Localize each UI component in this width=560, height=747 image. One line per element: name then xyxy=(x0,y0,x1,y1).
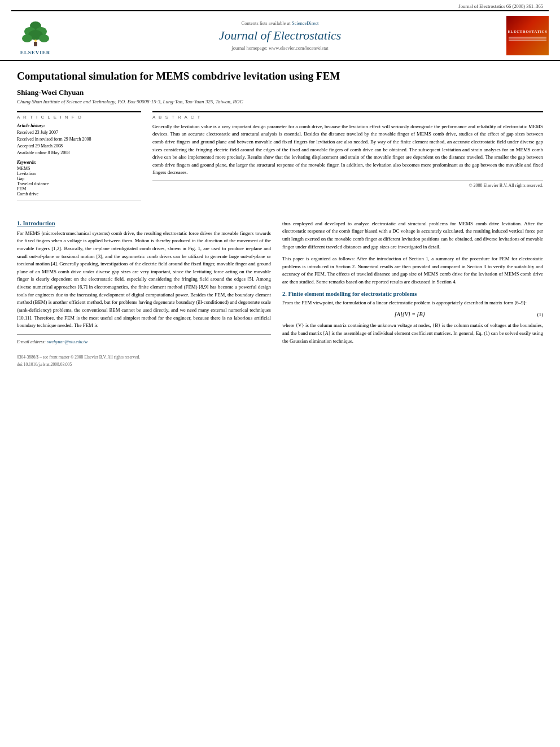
article-info-label: A R T I C L E I N F O xyxy=(17,115,141,120)
abstract-column: A B S T R A C T Generally the levitation… xyxy=(152,111,543,200)
section1-para1: For MEMS (microelectromechanical systems… xyxy=(17,230,271,330)
paper-author: Shiang-Woei Chyuan xyxy=(17,88,543,97)
journal-badge-area: ELECTROSTATICS xyxy=(498,16,549,55)
badge-label: ELECTROSTATICS xyxy=(508,29,547,34)
article-info-box: A R T I C L E I N F O Article history: R… xyxy=(17,111,141,200)
formula-expression: [A]{V} = {B} xyxy=(395,311,425,317)
email-label: E-mail address: xyxy=(17,339,46,344)
sciencedirect-link[interactable]: ScienceDirect xyxy=(292,20,319,26)
footer-email-line: E-mail address: swchyuan@ntu.edu.tw xyxy=(17,339,271,344)
formula-number: (1) xyxy=(537,312,543,317)
abstract-section: A B S T R A C T Generally the levitation… xyxy=(152,111,543,188)
footer-note2: doi:10.1016/j.elstat.2008.03.005 xyxy=(17,362,543,367)
paper-title: Computational simulation for MEMS combdr… xyxy=(17,69,543,84)
svg-rect-6 xyxy=(34,42,37,46)
body-left-column: 1. Introduction For MEMS (microelectrome… xyxy=(17,220,271,350)
section2-para1: From the FEM viewpoint, the formulation … xyxy=(282,299,543,307)
svg-point-7 xyxy=(34,40,37,42)
page-wrapper: Journal of Electrostatics 66 (2008) 361–… xyxy=(0,0,560,747)
journal-title: Journal of Electrostatics xyxy=(62,28,498,43)
elsevier-tree-icon xyxy=(19,20,53,49)
sciencedirect-line: Contents lists available at ScienceDirec… xyxy=(62,20,498,26)
keyword-traveled: Traveled distance xyxy=(17,181,141,186)
footer-note1: 0304-3886/$ – see front matter © 2008 El… xyxy=(17,355,543,360)
electrostatics-badge: ELECTROSTATICS xyxy=(506,16,549,55)
section2-heading: 2. Finite element modelling for electros… xyxy=(282,291,543,297)
page-footer: 0304-3886/$ – see front matter © 2008 El… xyxy=(0,350,560,373)
revised-date: Received in revised form 29 March 2008 xyxy=(17,136,141,143)
section2-para2: where {V} is the column matrix containin… xyxy=(282,322,543,345)
abstract-text: Generally the levitation value is a very… xyxy=(152,123,543,177)
section1-para2: This paper is organized as follows: Afte… xyxy=(282,255,543,286)
info-abstract-section: A R T I C L E I N F O Article history: R… xyxy=(17,111,543,200)
journal-homepage: journal homepage: www.elsevier.com/locat… xyxy=(62,45,498,51)
article-history: Article history: Received 23 July 2007 R… xyxy=(17,123,141,156)
abstract-label: A B S T R A C T xyxy=(152,115,543,120)
main-content: Computational simulation for MEMS combdr… xyxy=(0,61,560,215)
body-content: 1. Introduction For MEMS (microelectrome… xyxy=(0,220,560,350)
journal-header: ELSEVIER Contents lists available at Sci… xyxy=(0,11,560,61)
elsevier-logo: ELSEVIER xyxy=(11,16,59,55)
journal-reference: Journal of Electrostatics 66 (2008) 361–… xyxy=(0,0,560,10)
section1-heading: 1. Introduction xyxy=(17,220,271,226)
keyword-comb: Comb drive xyxy=(17,191,141,196)
keyword-fem: FEM xyxy=(17,186,141,191)
footer-divider xyxy=(17,334,271,335)
keywords-label: Keywords: xyxy=(17,160,141,165)
footer-email-address: swchyuan@ntu.edu.tw xyxy=(47,339,88,344)
elsevier-label: ELSEVIER xyxy=(20,50,51,55)
keywords-section: Keywords: MEMS Levitation Gap Traveled d… xyxy=(17,160,141,196)
received-date: Received 23 July 2007 xyxy=(17,129,141,136)
formula-line: [A]{V} = {B} (1) xyxy=(282,311,543,317)
journal-ref-text: Journal of Electrostatics 66 (2008) 361–… xyxy=(459,3,543,9)
svg-point-4 xyxy=(22,34,32,42)
history-label: Article history: xyxy=(17,123,141,128)
keyword-mems: MEMS xyxy=(17,166,141,171)
elsevier-logo-area: ELSEVIER xyxy=(11,16,62,55)
body-right-column: thus employed and developed to analyze e… xyxy=(282,220,543,350)
online-date: Available online 8 May 2008 xyxy=(17,150,141,156)
abstract-copyright: © 2008 Elsevier B.V. All rights reserved… xyxy=(152,180,543,188)
accepted-date: Accepted 29 March 2008 xyxy=(17,143,141,150)
article-info-column: A R T I C L E I N F O Article history: R… xyxy=(17,111,141,200)
section1-para1-continued: thus employed and developed to analyze e… xyxy=(282,220,543,251)
svg-point-5 xyxy=(39,34,49,42)
keyword-gap: Gap xyxy=(17,176,141,181)
badge-decoration xyxy=(509,36,546,42)
header-center: Contents lists available at ScienceDirec… xyxy=(62,20,498,51)
keyword-levitation: Levitation xyxy=(17,171,141,176)
paper-affiliation: Chung Shan Institute of Science and Tech… xyxy=(17,99,543,104)
